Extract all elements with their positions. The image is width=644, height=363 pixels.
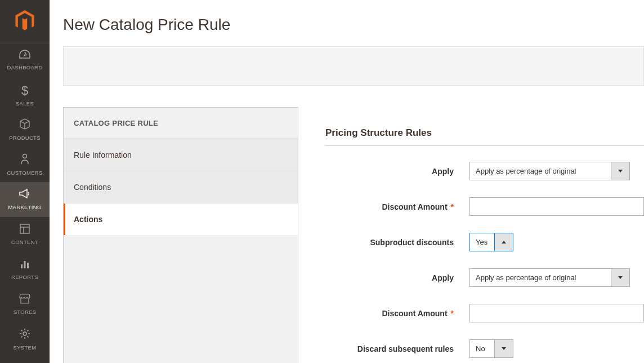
subproduct-select[interactable] xyxy=(469,233,513,251)
nav-label: MARKETING xyxy=(8,204,41,210)
subproduct-select-value[interactable] xyxy=(469,233,495,251)
discount-amount-label: Discount Amount* xyxy=(325,202,469,211)
chevron-up-icon[interactable] xyxy=(495,233,513,251)
sidebar: DASHBOARD $ SALES PRODUCTS CUSTOMERS MAR… xyxy=(0,0,50,363)
form-row-discard: Discard subsequent rules xyxy=(325,339,644,358)
apply-select-value-2[interactable] xyxy=(469,268,611,287)
nav-label: REPORTS xyxy=(11,274,38,280)
form-row-discount-amount: Discount Amount* xyxy=(325,197,644,216)
nav-label: CONTENT xyxy=(11,239,38,245)
svg-point-8 xyxy=(23,332,26,335)
page-title: New Catalog Price Rule xyxy=(63,0,644,46)
nav-customers[interactable]: CUSTOMERS xyxy=(0,147,50,182)
svg-point-1 xyxy=(23,154,27,158)
discard-select[interactable] xyxy=(469,339,513,358)
magento-logo[interactable] xyxy=(0,0,50,42)
panel-header: CATALOG PRICE RULE xyxy=(64,108,298,139)
chevron-down-icon[interactable] xyxy=(495,339,513,358)
apply-select-2[interactable] xyxy=(469,268,630,287)
main-content: New Catalog Price Rule CATALOG PRICE RUL… xyxy=(50,0,644,363)
nav-reports[interactable]: REPORTS xyxy=(0,252,50,287)
apply-select[interactable] xyxy=(469,162,630,180)
box-icon xyxy=(19,118,30,132)
apply-select-value[interactable] xyxy=(469,162,611,180)
form-row-discount-amount-2: Discount Amount* xyxy=(325,304,644,322)
panel-item-rule-information[interactable]: Rule Information xyxy=(64,139,298,171)
bars-icon xyxy=(20,259,30,272)
form-row-apply: Apply xyxy=(325,162,644,180)
chevron-down-icon[interactable] xyxy=(611,268,630,287)
panel-item-actions[interactable]: Actions xyxy=(64,203,298,235)
discard-select-value[interactable] xyxy=(469,339,495,358)
dashboard-icon xyxy=(19,49,31,62)
form-row-apply-2: Apply xyxy=(325,268,644,287)
person-icon xyxy=(20,153,29,167)
svg-rect-6 xyxy=(24,261,26,268)
discount-amount-input-2[interactable] xyxy=(469,304,644,322)
nav-label: PRODUCTS xyxy=(9,135,41,141)
gear-icon xyxy=(19,328,30,342)
apply-label-2: Apply xyxy=(325,273,469,282)
megaphone-icon xyxy=(19,189,31,202)
nav-label: STORES xyxy=(14,309,37,315)
nav-stores[interactable]: STORES xyxy=(0,287,50,322)
rule-panel: CATALOG PRICE RULE Rule Information Cond… xyxy=(63,107,298,363)
svg-rect-7 xyxy=(27,263,29,268)
layout-icon xyxy=(20,224,30,237)
nav-system[interactable]: SYSTEM xyxy=(0,322,50,357)
apply-label: Apply xyxy=(325,167,469,176)
form-row-subproduct: Subproduct discounts xyxy=(325,233,644,251)
nav-marketing[interactable]: MARKETING xyxy=(0,182,50,217)
nav-label: SYSTEM xyxy=(14,344,37,351)
nav-content[interactable]: CONTENT xyxy=(0,217,50,252)
nav-products[interactable]: PRODUCTS xyxy=(0,112,50,147)
nav-label: SALES xyxy=(16,100,34,107)
chevron-down-icon[interactable] xyxy=(611,162,630,180)
svg-point-0 xyxy=(24,55,26,56)
svg-rect-5 xyxy=(21,264,23,268)
required-mark: * xyxy=(451,309,454,318)
nav-dashboard[interactable]: DASHBOARD xyxy=(0,42,50,77)
message-banner xyxy=(63,46,644,86)
form-area: Pricing Structure Rules Apply Discount A… xyxy=(325,107,644,363)
subproduct-label: Subproduct discounts xyxy=(325,238,469,247)
section-title: Pricing Structure Rules xyxy=(325,127,644,146)
panel-item-conditions[interactable]: Conditions xyxy=(64,171,298,203)
magento-logo-icon xyxy=(15,10,34,32)
required-mark: * xyxy=(451,202,454,211)
nav-sales[interactable]: $ SALES xyxy=(0,77,50,112)
svg-rect-2 xyxy=(20,224,29,233)
dollar-icon: $ xyxy=(21,83,28,98)
discount-amount-input[interactable] xyxy=(469,197,644,216)
discard-label: Discard subsequent rules xyxy=(325,344,469,353)
discount-amount-label-2: Discount Amount* xyxy=(325,309,469,318)
store-icon xyxy=(19,294,30,307)
nav-label: DASHBOARD xyxy=(7,64,43,70)
nav-label: CUSTOMERS xyxy=(7,170,42,176)
